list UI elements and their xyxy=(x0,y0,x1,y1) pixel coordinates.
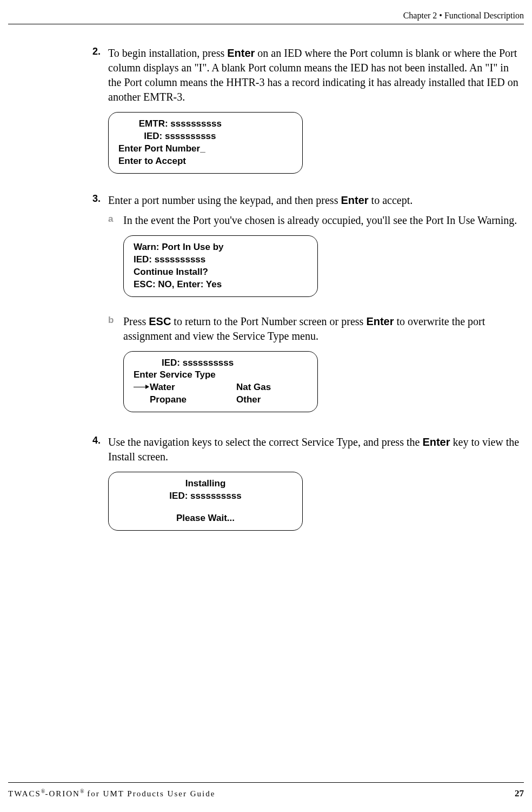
option-other: Other xyxy=(236,394,301,406)
text: to return to the Port Number screen or p… xyxy=(171,315,366,327)
option-propane: Propane xyxy=(150,394,236,406)
step-2: 2. To begin installation, press Enter on… xyxy=(89,46,524,186)
footer-brand: TWACS®-ORION® for UMT Products User Guid… xyxy=(8,788,215,799)
display-line: ESC: NO, Enter: Yes xyxy=(134,279,308,291)
chapter-title: Chapter 2 • Functional Description xyxy=(403,11,524,20)
page-header: Chapter 2 • Functional Description xyxy=(8,11,524,24)
enter-key: Enter xyxy=(366,315,394,327)
lcd-display-port-in-use: Warn: Port In Use by IED: ssssssssss Con… xyxy=(123,235,318,297)
display-line: Installing xyxy=(118,478,292,490)
step-number: 4. xyxy=(89,435,108,543)
service-type-options: Water Nat Gas Propane Other xyxy=(134,381,308,406)
step-3: 3. Enter a port number using the keypad,… xyxy=(89,193,524,428)
lcd-display-installing: Installing IED: ssssssssss Please Wait..… xyxy=(108,472,303,531)
page-number: 27 xyxy=(515,788,524,799)
lcd-display-service-type: IED: ssssssssss Enter Service Type Water… xyxy=(123,351,318,413)
display-line: Enter Port Number_ xyxy=(118,143,292,155)
display-line: IED: ssssssssss xyxy=(118,490,292,503)
display-line: IED: ssssssssss xyxy=(134,254,308,266)
text: to accept. xyxy=(369,194,413,206)
text: In the event the Port you've chosen is a… xyxy=(123,214,517,226)
substep-body: In the event the Port you've chosen is a… xyxy=(123,213,524,309)
display-line: Please Wait... xyxy=(118,512,292,525)
display-line: Warn: Port In Use by xyxy=(134,241,308,254)
display-line: IED: ssssssssss xyxy=(134,357,308,369)
display-line: Enter Service Type xyxy=(134,369,308,381)
brand-orion: -ORION xyxy=(45,789,80,798)
reg-mark: ® xyxy=(80,788,84,794)
text: To begin installation, press xyxy=(108,47,227,59)
enter-key: Enter xyxy=(422,436,450,448)
substep-a: a In the event the Port you've chosen is… xyxy=(108,213,524,309)
display-line: IED: ssssssssss xyxy=(118,130,292,143)
step-number: 2. xyxy=(89,46,108,186)
lcd-display-port-entry: EMTR: ssssssssss IED: ssssssssss Enter P… xyxy=(108,112,303,174)
text: Press xyxy=(123,315,149,327)
step-body: Enter a port number using the keypad, an… xyxy=(108,193,524,428)
step-body: Use the navigation keys to select the co… xyxy=(108,435,524,543)
display-line: Enter to Accept xyxy=(118,155,292,168)
main-content: 2. To begin installation, press Enter on… xyxy=(8,46,524,543)
spacer xyxy=(118,503,292,512)
step-4: 4. Use the navigation keys to select the… xyxy=(89,435,524,543)
substep-b: b Press ESC to return to the Port Number… xyxy=(108,314,524,425)
esc-key: ESC xyxy=(149,315,171,327)
substep-letter: a xyxy=(108,213,123,309)
brand-twacs: TWACS xyxy=(8,789,41,798)
enter-key: Enter xyxy=(227,47,255,59)
step-body: To begin installation, press Enter on an… xyxy=(108,46,524,186)
substep-letter: b xyxy=(108,314,123,425)
display-line: EMTR: ssssssssss xyxy=(118,118,292,130)
option-label: Water xyxy=(150,382,175,392)
text: Use the navigation keys to select the co… xyxy=(108,436,422,448)
step-number: 3. xyxy=(89,193,108,428)
display-line: Continue Install? xyxy=(134,266,308,279)
option-water: Water xyxy=(150,381,236,394)
text: Enter a port number using the keypad, an… xyxy=(108,194,341,206)
page-footer: TWACS®-ORION® for UMT Products User Guid… xyxy=(8,782,524,799)
footer-title: for UMT Products User Guide xyxy=(84,789,216,798)
substep-body: Press ESC to return to the Port Number s… xyxy=(123,314,524,425)
enter-key: Enter xyxy=(341,194,368,206)
option-natgas: Nat Gas xyxy=(236,381,301,394)
